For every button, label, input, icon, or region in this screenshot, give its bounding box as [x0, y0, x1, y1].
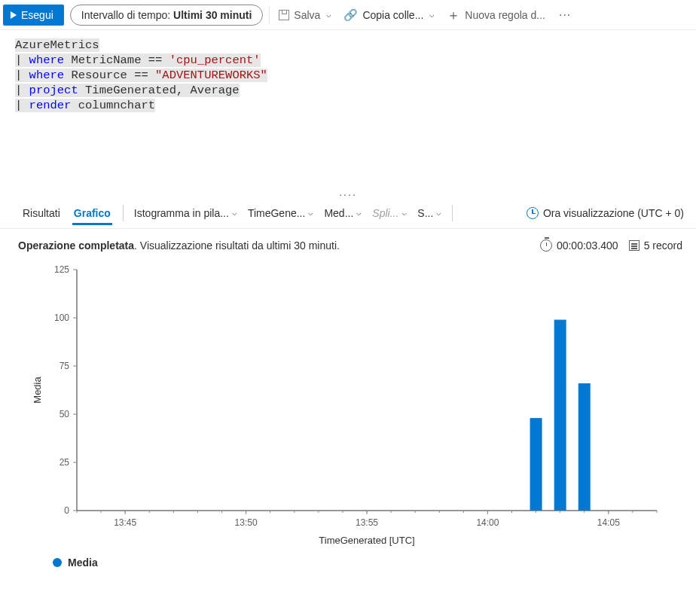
- legend-marker: [53, 558, 62, 567]
- toolbar: Esegui Intervallo di tempo: Ultimi 30 mi…: [0, 0, 696, 30]
- query-editor[interactable]: AzureMetrics | where MetricName == 'cpu_…: [0, 30, 696, 188]
- stopwatch-icon: [540, 239, 552, 252]
- legend-label: Media: [68, 557, 98, 569]
- chevron-down-icon: ⌵: [356, 208, 362, 218]
- chevron-down-icon: ⌵: [436, 208, 441, 218]
- chevron-down-icon: ⌵: [429, 10, 435, 20]
- save-label: Salva: [294, 9, 320, 21]
- clock-icon: [527, 207, 539, 219]
- svg-rect-51: [530, 418, 542, 511]
- run-label: Esegui: [21, 9, 53, 21]
- svg-text:125: 125: [54, 264, 69, 275]
- new-rule-label: Nuova regola d...: [465, 9, 545, 21]
- y-axis-dropdown[interactable]: Med...⌵: [324, 207, 362, 219]
- svg-text:0: 0: [64, 505, 69, 516]
- chevron-down-icon: ⌵: [326, 10, 331, 20]
- copy-link-button[interactable]: 🔗 Copia colle... ⌵: [340, 8, 438, 22]
- status-bar: Operazione completata. Visualizzazione r…: [0, 229, 696, 262]
- svg-text:14:05: 14:05: [597, 517, 620, 528]
- chevron-down-icon: ⌵: [401, 208, 407, 218]
- pane-splitter[interactable]: ····: [0, 188, 696, 197]
- tab-results[interactable]: Risultati: [21, 201, 62, 225]
- chart-type-dropdown[interactable]: Istogramma in pila...⌵: [134, 207, 237, 219]
- time-range-value: Ultimi 30 minuti: [173, 9, 252, 21]
- link-icon: 🔗: [343, 8, 358, 22]
- svg-text:13:50: 13:50: [235, 517, 258, 528]
- tab-chart[interactable]: Grafico: [72, 201, 112, 225]
- svg-text:75: 75: [60, 361, 70, 371]
- list-icon: [629, 240, 640, 251]
- result-tabs: Risultati Grafico Istogramma in pila...⌵…: [0, 197, 696, 229]
- copy-label: Copia colle...: [362, 9, 423, 21]
- chevron-down-icon: ⌵: [232, 208, 237, 218]
- svg-text:13:55: 13:55: [356, 517, 378, 528]
- svg-text:TimeGenerated [UTC]: TimeGenerated [UTC]: [319, 535, 414, 546]
- column-chart: 025507510012513:4513:5013:5514:0014:05Me…: [23, 262, 673, 548]
- run-button[interactable]: Esegui: [3, 5, 64, 26]
- chevron-down-icon: ⌵: [308, 208, 313, 218]
- svg-text:Media: Media: [32, 377, 43, 404]
- separator: [123, 205, 124, 221]
- svg-rect-52: [554, 320, 566, 511]
- svg-rect-53: [578, 383, 591, 511]
- query-line: AzureMetrics: [15, 38, 99, 52]
- svg-text:14:00: 14:00: [476, 517, 499, 528]
- record-count: 5 record: [629, 239, 682, 252]
- time-display-dropdown[interactable]: Ora visualizzazione (UTC + 0): [527, 207, 684, 219]
- save-button[interactable]: Salva ⌵: [276, 9, 334, 21]
- split-dropdown[interactable]: Spli...⌵: [372, 207, 407, 219]
- aggregation-dropdown[interactable]: S...⌵: [417, 207, 441, 219]
- plus-icon: ＋: [447, 8, 460, 22]
- svg-text:13:45: 13:45: [114, 517, 136, 528]
- separator: [452, 205, 453, 221]
- time-range-prefix: Intervallo di tempo:: [81, 9, 170, 21]
- status-text: Operazione completata. Visualizzazione r…: [18, 239, 530, 252]
- more-button[interactable]: ···: [554, 8, 575, 22]
- svg-text:50: 50: [60, 409, 70, 419]
- chart-legend: Media: [23, 550, 673, 569]
- query-duration: 00:00:03.400: [540, 239, 618, 252]
- new-rule-button[interactable]: ＋ Nuova regola d...: [444, 8, 548, 22]
- time-range-pill[interactable]: Intervallo di tempo: Ultimi 30 minuti: [70, 5, 264, 26]
- x-axis-dropdown[interactable]: TimeGene...⌵: [248, 207, 314, 219]
- chart-area: 025507510012513:4513:5013:5514:0014:05Me…: [0, 262, 696, 576]
- separator: [269, 6, 270, 24]
- play-icon: [11, 11, 17, 19]
- svg-text:25: 25: [60, 457, 70, 468]
- save-icon: [279, 10, 289, 20]
- svg-text:100: 100: [54, 313, 69, 323]
